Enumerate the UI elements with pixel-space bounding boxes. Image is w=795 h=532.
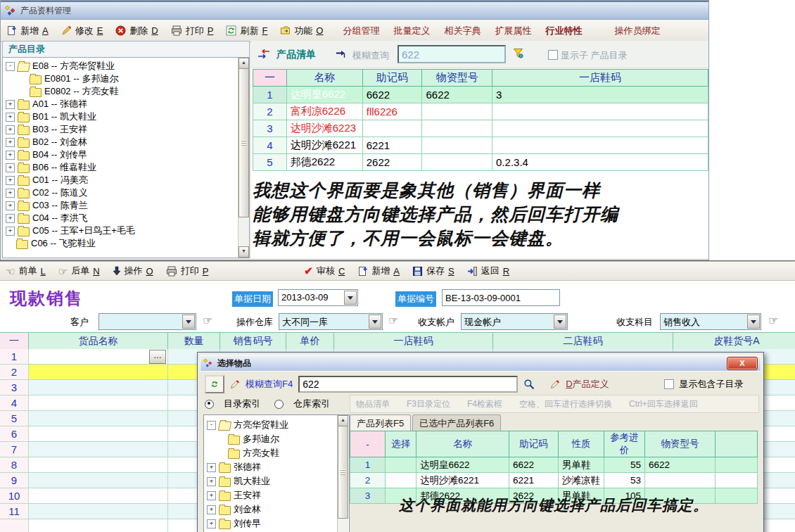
cell[interactable]: 邦德2622: [286, 154, 362, 171]
cell[interactable]: 6221: [509, 473, 559, 488]
select-cell[interactable]: [386, 457, 416, 473]
cell[interactable]: 6221: [362, 137, 422, 154]
expand-icon[interactable]: +: [207, 477, 216, 486]
expand-icon[interactable]: +: [6, 163, 15, 172]
cell[interactable]: [29, 411, 168, 426]
expand-icon[interactable]: +: [6, 227, 15, 236]
tab-product-list[interactable]: 产品列表F5: [350, 414, 411, 431]
function-button[interactable]: 功能O: [280, 25, 323, 37]
tab-selected-list[interactable]: 已选中产品列表F6: [412, 414, 501, 431]
cell[interactable]: [29, 365, 168, 380]
dropdown-button[interactable]: [344, 291, 357, 305]
tree-item[interactable]: +C03 -- 陈青兰: [3, 199, 249, 212]
fuzzy-search-input[interactable]: [398, 45, 506, 63]
row-number[interactable]: 1: [0, 349, 29, 365]
dialog-tree-scrollbar[interactable]: ▲: [337, 415, 348, 532]
expand-icon[interactable]: +: [6, 214, 15, 223]
tree-item[interactable]: +B02 -- 刘金林: [3, 136, 249, 148]
customer-combo[interactable]: [98, 313, 196, 330]
collapse-icon[interactable]: -: [6, 62, 15, 71]
cell[interactable]: [422, 137, 492, 154]
expand-icon[interactable]: +: [207, 463, 216, 472]
expand-icon[interactable]: +: [6, 138, 15, 147]
cell[interactable]: 0.2.3.4: [492, 154, 708, 171]
tree-item[interactable]: E0801 -- 多邦迪尔: [3, 72, 249, 85]
cell[interactable]: 6622: [422, 87, 492, 103]
save-button[interactable]: 保存S: [412, 265, 454, 277]
dropdown-button[interactable]: [554, 315, 566, 329]
cell[interactable]: [29, 504, 168, 519]
cell[interactable]: [422, 120, 492, 137]
tree-item[interactable]: +王安祥: [204, 488, 349, 502]
ellipsis-button[interactable]: …: [149, 350, 166, 364]
row-number[interactable]: 10: [0, 488, 29, 504]
expand-icon[interactable]: +: [6, 100, 15, 109]
expand-icon[interactable]: +: [6, 201, 15, 210]
magnifier-icon[interactable]: [523, 379, 535, 390]
cell[interactable]: [422, 154, 492, 171]
row-number[interactable]: 7: [0, 442, 29, 457]
cell[interactable]: [716, 473, 758, 488]
cell[interactable]: [29, 519, 168, 532]
account-combo[interactable]: 现金帐户: [461, 313, 568, 330]
warehouse-index-radio[interactable]: [274, 400, 284, 409]
tree-item[interactable]: +B06 -- 维嘉鞋业: [3, 161, 249, 174]
row-number[interactable]: 3: [253, 120, 287, 137]
row-number[interactable]: 4: [253, 137, 287, 154]
return-button[interactable]: 返回R: [467, 265, 509, 277]
tree-item[interactable]: +C02 -- 陈道义: [3, 186, 249, 199]
expand-icon[interactable]: +: [6, 113, 15, 122]
next-doc-button[interactable]: ☞后单N: [58, 265, 100, 277]
cell[interactable]: [492, 137, 708, 154]
scroll-down-button[interactable]: ▼: [238, 246, 249, 258]
cell[interactable]: [716, 457, 758, 473]
cell[interactable]: fll6226: [362, 103, 422, 120]
menu-extended-attr[interactable]: 扩展属性: [495, 25, 531, 37]
expand-icon[interactable]: +: [207, 519, 216, 528]
tree-item[interactable]: +凯大鞋业: [204, 474, 349, 488]
cell[interactable]: [29, 457, 168, 473]
row-number[interactable]: 1: [253, 87, 287, 103]
scrollbar-thumb[interactable]: [338, 426, 348, 519]
cell[interactable]: 达明沙滩6221: [416, 473, 509, 488]
row-number[interactable]: 11: [0, 504, 29, 519]
row-number[interactable]: 5: [0, 411, 29, 426]
menu-group-manage[interactable]: 分组管理: [343, 25, 379, 37]
row-number[interactable]: 2: [350, 473, 386, 488]
row-number[interactable]: 8: [0, 457, 29, 473]
fuzzy-search-input[interactable]: [298, 376, 518, 393]
dropdown-button[interactable]: [747, 315, 760, 329]
tree-item[interactable]: +B04 -- 刘传早: [3, 148, 249, 161]
cell[interactable]: 达明沙滩6221: [286, 137, 362, 154]
expand-icon[interactable]: +: [207, 491, 216, 500]
row-number[interactable]: 5: [253, 154, 287, 171]
menu-industry-feature[interactable]: 行业特性: [545, 25, 582, 37]
cell[interactable]: 6622: [645, 457, 716, 473]
tree-item[interactable]: +B01 -- 凯大鞋业: [3, 110, 249, 123]
show-sub-checkbox[interactable]: [548, 50, 558, 60]
expand-icon[interactable]: +: [207, 505, 216, 514]
menu-operator-bind[interactable]: 操作员绑定: [614, 25, 660, 37]
menu-related-dict[interactable]: 相关字典: [444, 25, 481, 37]
row-number[interactable]: 3: [0, 380, 29, 395]
customer-lookup-icon[interactable]: ☞: [203, 315, 212, 327]
scroll-up-button[interactable]: ▲: [238, 58, 249, 69]
cell[interactable]: [362, 120, 422, 137]
doc-no-input[interactable]: [442, 289, 560, 306]
close-button[interactable]: X: [727, 357, 758, 370]
print-button[interactable]: 打印P: [166, 265, 209, 277]
refresh-button[interactable]: 刷新F: [226, 25, 267, 37]
selected-cell[interactable]: 达明皇6622: [286, 87, 362, 103]
cell[interactable]: [29, 488, 168, 504]
prev-doc-button[interactable]: ☜前单L: [6, 265, 46, 277]
row-number[interactable]: 2: [0, 365, 29, 380]
cell[interactable]: [645, 473, 716, 488]
cell[interactable]: 达明皇6622: [416, 457, 509, 473]
tree-item[interactable]: +C05 -- 王军+日鸟王+毛毛: [3, 224, 249, 237]
row-number[interactable]: 1: [350, 457, 386, 473]
add-button[interactable]: 新增A: [357, 265, 400, 277]
row-number[interactable]: 9: [0, 473, 29, 488]
cell[interactable]: [422, 103, 492, 120]
add-button[interactable]: 新增A: [6, 25, 49, 37]
menu-batch-define[interactable]: 批量定义: [393, 25, 430, 37]
